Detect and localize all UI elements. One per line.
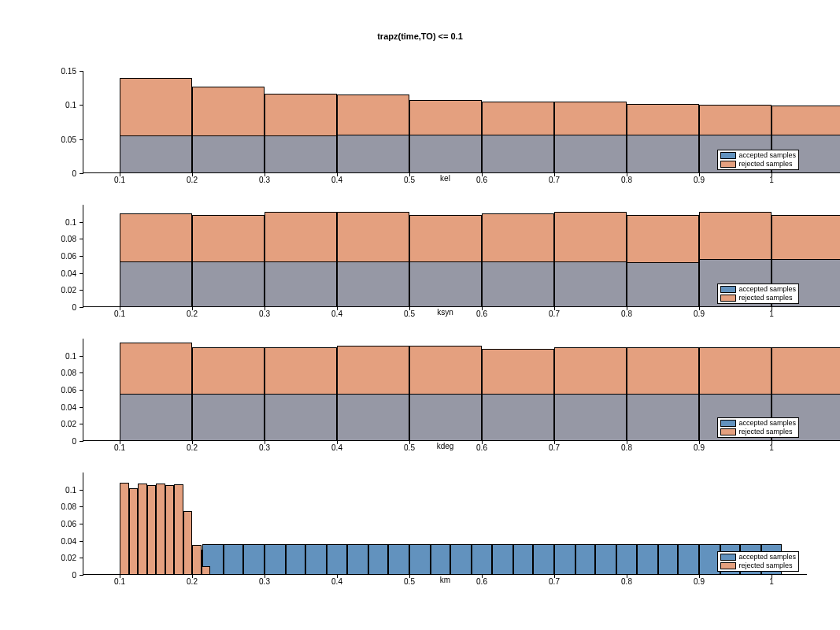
xtick-label: 0.3 — [259, 577, 270, 586]
bar-rejected — [265, 135, 337, 173]
ytick-label: 0.15 — [29, 67, 76, 76]
panel-kdeg: 0.10.20.30.40.50.60.70.80.91kdegaccepted… — [83, 339, 807, 441]
bar-rejected — [120, 135, 192, 173]
xtick-label: 0.4 — [331, 577, 342, 586]
ytick-label: 0 — [29, 169, 76, 178]
ytick-label: 0.02 — [29, 286, 76, 295]
ytick-label: 0.02 — [29, 420, 76, 428]
xtick-label: 0.1 — [114, 443, 125, 452]
legend: accepted samplesrejected samples — [717, 284, 799, 304]
bar-rejected — [202, 566, 210, 575]
bar-accepted — [554, 544, 575, 575]
xlabel: ksyn — [437, 308, 453, 317]
swatch-accepted-icon — [720, 286, 736, 293]
xtick-label: 0.4 — [331, 176, 342, 184]
panel-kel: 0.10.20.30.40.50.60.70.80.91kelaccepted … — [83, 71, 807, 173]
legend-item-accepted: accepted samples — [720, 553, 796, 561]
panel-km: 0.10.20.30.40.50.60.70.80.91kmaccepted s… — [83, 472, 807, 575]
xtick-label: 0.3 — [259, 309, 270, 318]
ytick-label: 0.04 — [29, 402, 76, 411]
ytick-label: 0 — [29, 571, 76, 580]
bar-accepted — [431, 544, 451, 575]
ytick-label: 0.04 — [29, 536, 76, 545]
bar-rejected — [156, 484, 165, 575]
xlabel: kdeg — [437, 442, 454, 450]
ytick-label: 0.06 — [29, 252, 76, 261]
swatch-accepted-icon — [720, 554, 736, 561]
ytick-label: 0.02 — [29, 554, 76, 562]
bar-rejected — [192, 261, 265, 308]
bar-accepted — [450, 544, 472, 575]
xtick-label: 0.9 — [694, 577, 705, 586]
legend-item-rejected: rejected samples — [720, 294, 796, 302]
xtick-label: 0.7 — [549, 176, 560, 184]
xtick-label: 0.1 — [114, 309, 125, 318]
xtick-label: 0.1 — [114, 577, 125, 586]
bar-rejected — [482, 135, 554, 173]
xtick-label: 0.8 — [621, 309, 632, 318]
bar-rejected — [627, 394, 699, 441]
bar-accepted — [286, 544, 306, 575]
bar-accepted — [472, 544, 492, 575]
panel-ksyn: 0.10.20.30.40.50.60.70.80.91ksynaccepted… — [83, 205, 807, 307]
legend: accepted samplesrejected samples — [717, 417, 799, 438]
bar-rejected — [482, 261, 554, 308]
bar-rejected — [147, 485, 156, 575]
legend-item-accepted: accepted samples — [720, 285, 796, 294]
xtick-label: 0.9 — [694, 443, 705, 452]
bar-rejected — [174, 484, 183, 575]
bar-rejected — [192, 135, 265, 173]
ytick-label: 0.1 — [29, 351, 76, 360]
xtick-label: 0.2 — [187, 309, 198, 318]
xtick-label: 0.2 — [187, 577, 198, 586]
legend-label: accepted samples — [738, 553, 796, 561]
legend-label: rejected samples — [738, 428, 792, 436]
bar-accepted — [409, 544, 431, 575]
legend-label: accepted samples — [738, 285, 796, 294]
bar-rejected — [627, 262, 699, 307]
bar-rejected — [129, 488, 138, 576]
xtick-label: 0.2 — [187, 176, 198, 184]
xtick-label: 0.8 — [621, 176, 632, 184]
bar-accepted — [327, 544, 347, 575]
xtick-label: 0.7 — [549, 443, 560, 452]
bar-accepted — [388, 544, 409, 575]
bar-accepted — [492, 544, 513, 575]
bar-rejected — [192, 394, 265, 441]
bar-accepted — [243, 544, 265, 575]
ytick-label: 0 — [29, 437, 76, 446]
bar-rejected — [554, 394, 627, 441]
xtick-label: 0.5 — [404, 443, 415, 452]
ytick-label: 0.08 — [29, 369, 76, 377]
xtick-label: 0.8 — [621, 577, 632, 586]
swatch-rejected-icon — [720, 295, 736, 302]
figure-title: trapz(time,TO) <= 0.1 — [0, 32, 840, 41]
bar-rejected — [192, 545, 202, 575]
ytick-label: 0.06 — [29, 386, 76, 395]
legend: accepted samplesrejected samples — [717, 551, 799, 572]
legend-item-accepted: accepted samples — [720, 419, 796, 428]
xtick-label: 0.5 — [404, 577, 415, 586]
ytick-label: 0.08 — [29, 502, 76, 511]
legend-item-rejected: rejected samples — [720, 428, 796, 436]
legend-item-rejected: rejected samples — [720, 160, 796, 169]
bar-accepted — [678, 544, 699, 575]
legend: accepted samplesrejected samples — [717, 150, 799, 170]
swatch-rejected-icon — [720, 562, 736, 569]
bar-accepted — [658, 544, 679, 575]
bar-rejected — [627, 135, 699, 173]
ytick-label: 0.04 — [29, 269, 76, 277]
xtick-label: 0.2 — [187, 443, 198, 452]
xtick-label: 0.9 — [694, 309, 705, 318]
ytick-label: 0.1 — [29, 101, 76, 109]
bar-rejected — [482, 394, 554, 441]
ytick-label: 0.1 — [29, 485, 76, 494]
bar-accepted — [265, 544, 286, 575]
xtick-label: 0.4 — [331, 309, 342, 318]
xtick-label: 0.7 — [549, 309, 560, 318]
bar-rejected — [337, 135, 409, 173]
bar-accepted — [513, 544, 534, 575]
xtick-label: 0.1 — [114, 176, 125, 184]
bar-accepted — [575, 544, 596, 575]
bar-rejected — [409, 135, 482, 173]
